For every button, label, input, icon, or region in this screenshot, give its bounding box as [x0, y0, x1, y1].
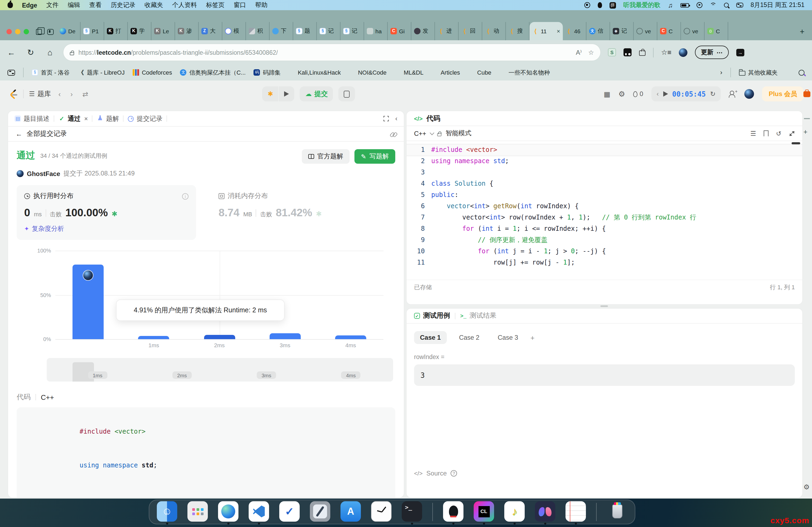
browser-tab[interactable]: Gi	[388, 22, 411, 40]
submit-button[interactable]: ☁提交	[300, 86, 333, 102]
panel-tab[interactable]: 提交记录	[128, 114, 162, 123]
browser-tab[interactable]: 46	[563, 22, 586, 40]
sidebar-toggle-icon[interactable]: →	[736, 48, 744, 56]
close-window-button[interactable]	[6, 29, 12, 34]
invite-icon[interactable]	[729, 90, 737, 97]
dock-item[interactable]	[607, 501, 627, 523]
menu-item[interactable]: 查看	[89, 1, 102, 9]
dock-item[interactable]	[504, 501, 525, 523]
browser-tab[interactable]: 打	[104, 22, 128, 40]
url-text[interactable]: https://leetcode.cn/problems/pascals-tri…	[78, 49, 278, 56]
extension-darkreader-icon[interactable]	[624, 48, 632, 56]
bookmarks-overflow-chevron[interactable]: ›	[720, 69, 722, 76]
dock-app-icon[interactable]	[504, 501, 525, 522]
browser-profile-avatar[interactable]	[679, 48, 688, 57]
browser-tab[interactable]: 记	[317, 22, 340, 40]
dock-item[interactable]	[157, 501, 177, 523]
dock-item[interactable]	[402, 501, 422, 523]
note-button[interactable]	[338, 86, 355, 102]
lock-icon[interactable]	[70, 52, 74, 55]
browser-tab[interactable]: 信	[586, 22, 610, 40]
update-button[interactable]: 更新⋯	[695, 46, 729, 59]
dock-app-icon[interactable]	[340, 501, 361, 522]
editor-line[interactable]: 4 class Solution {	[407, 178, 802, 190]
dock-item[interactable]	[249, 501, 269, 523]
dock-app-icon[interactable]	[157, 501, 177, 522]
battery-icon[interactable]	[680, 3, 689, 7]
rail-add-icon[interactable]: +	[803, 128, 808, 136]
info-icon[interactable]	[182, 193, 188, 199]
now-playing-song[interactable]: 听我最爱的歌	[623, 1, 660, 9]
chart-minimap[interactable]: 1ms 2ms 3ms 4ms	[47, 358, 393, 381]
submitted-code-block[interactable]: #include <vector> using namespace std; c…	[17, 407, 395, 497]
dock-app-icon[interactable]	[402, 501, 422, 522]
dock-item[interactable]	[443, 501, 463, 523]
dock-item[interactable]	[340, 501, 361, 523]
dock-app-icon[interactable]	[566, 501, 586, 522]
streak-counter[interactable]: 0	[633, 90, 643, 98]
dock-app-icon[interactable]	[249, 501, 269, 522]
language-selector[interactable]: C++	[414, 130, 433, 137]
tab-stack-icon[interactable]	[34, 27, 43, 36]
source-label[interactable]: Source	[426, 470, 447, 477]
favorite-star-icon[interactable]: ☆	[588, 48, 594, 56]
chart-bar[interactable]	[204, 335, 235, 339]
help-icon[interactable]	[451, 470, 457, 477]
chart-bar-slot[interactable]	[55, 251, 121, 339]
editor-line[interactable]: 9 // 倒序更新，避免覆盖	[407, 235, 802, 246]
code-editor[interactable]: 1 #include <vector> 2 using namespace st…	[407, 141, 802, 280]
bookmark-icon[interactable]	[764, 131, 768, 136]
editor-line[interactable]: 2 using namespace std;	[407, 156, 802, 167]
spotlight-search-icon[interactable]	[724, 3, 728, 7]
music-icon[interactable]: ♫	[668, 2, 673, 8]
menu-item[interactable]: 窗口	[234, 1, 246, 9]
chart-bar-slot[interactable]: 2ms	[187, 251, 252, 339]
chart-bar-slot[interactable]: 3ms	[252, 251, 318, 339]
case-tab[interactable]: Case 2	[453, 331, 485, 344]
browser-tab[interactable]: 学	[128, 22, 151, 40]
dock-item[interactable]	[279, 501, 300, 523]
rail-settings-icon[interactable]: ⚙	[803, 483, 810, 491]
chart-plot-area[interactable]: 100% 50% 0%	[55, 251, 383, 340]
author-avatar[interactable]	[17, 170, 24, 177]
dock-item[interactable]	[371, 501, 392, 523]
collapse-panel-icon[interactable]: ‹	[395, 115, 397, 122]
browser-tab[interactable]: ve	[681, 22, 705, 40]
dock-app-icon[interactable]	[279, 501, 300, 522]
dock-app-icon[interactable]	[535, 501, 555, 522]
case-tab[interactable]: Case 3	[492, 331, 524, 344]
dock-item[interactable]	[218, 501, 238, 523]
random-problem-icon[interactable]: ⇄	[80, 90, 90, 98]
write-solution-button[interactable]: ✎ 写题解	[354, 149, 395, 164]
dock-app-icon[interactable]	[187, 501, 208, 522]
browser-tab[interactable]: 11 ×	[530, 22, 563, 40]
expand-editor-icon[interactable]	[789, 131, 794, 136]
memory-card[interactable]: 消耗内存分布 8.74 MB 击败 81.42% ✱	[211, 185, 390, 240]
timer-reset-icon[interactable]: ↻	[710, 90, 715, 98]
chart-bar[interactable]	[138, 336, 170, 339]
collections-icon[interactable]: ☆≡	[661, 48, 671, 56]
smart-mode-label[interactable]: 智能模式	[446, 129, 471, 138]
workspaces-icon[interactable]	[46, 27, 55, 36]
format-code-icon[interactable]: ☰	[750, 130, 756, 137]
screen-record-icon[interactable]	[584, 2, 590, 8]
timer-play-icon[interactable]	[663, 91, 668, 96]
editor-line[interactable]: 10 for (int j = i - 1; j > 0; --j) {	[407, 246, 802, 257]
new-tab-button[interactable]: +	[800, 27, 804, 36]
control-center-icon[interactable]	[736, 3, 743, 7]
official-solution-button[interactable]: 官方题解	[302, 149, 350, 164]
browser-tab[interactable]: 下	[270, 22, 293, 40]
browser-tab[interactable]: 题	[293, 22, 317, 40]
browser-tab[interactable]: 搜	[506, 22, 530, 40]
browser-tab[interactable]: 进	[435, 22, 459, 40]
other-bookmarks-folder[interactable]: 其他收藏夹	[739, 69, 778, 76]
dock-item[interactable]	[474, 501, 494, 523]
browser-tab[interactable]: C	[705, 22, 728, 40]
fullscreen-icon[interactable]	[383, 116, 389, 121]
undo-icon[interactable]: ↺	[776, 130, 781, 137]
bookmark-item[interactable]: Cube	[468, 69, 491, 76]
address-bar[interactable]: https://leetcode.cn/problems/pascals-tri…	[63, 44, 600, 61]
tab-testcase[interactable]: 测试用例	[414, 311, 450, 320]
dock-app-icon[interactable]	[371, 501, 392, 522]
dock-app-icon[interactable]	[218, 501, 238, 522]
